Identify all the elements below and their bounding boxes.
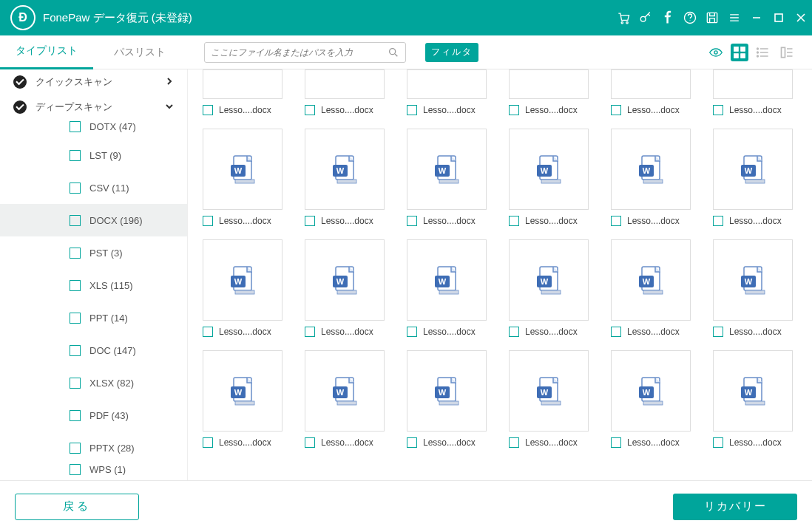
file-item[interactable]: Lesso....docx <box>509 129 600 226</box>
checkbox[interactable] <box>407 437 417 448</box>
search-icon[interactable] <box>388 47 399 58</box>
grid-view-icon[interactable] <box>731 44 748 61</box>
file-item[interactable]: Lesso....docx <box>203 239 294 337</box>
checkbox[interactable] <box>70 183 81 194</box>
minimize-icon[interactable] <box>745 0 768 35</box>
file-name: Lesso....docx <box>219 105 271 115</box>
file-thumbnail <box>509 129 589 210</box>
file-item[interactable]: Lesso....docx <box>305 239 396 337</box>
checkbox[interactable] <box>70 150 81 161</box>
checkbox[interactable] <box>203 216 213 226</box>
file-item[interactable]: Lesso....docx <box>203 350 294 448</box>
file-item[interactable]: Lesso....docx <box>509 239 600 337</box>
search-field[interactable] <box>204 42 406 63</box>
filetype-row[interactable]: PDF (43) <box>0 399 187 432</box>
checkbox[interactable] <box>713 327 723 337</box>
checkbox[interactable] <box>407 105 417 115</box>
cart-icon[interactable] <box>612 0 635 35</box>
menu-icon[interactable] <box>723 0 745 35</box>
checkbox[interactable] <box>509 105 519 115</box>
filetype-row[interactable]: CSV (11) <box>0 171 187 204</box>
file-item[interactable]: Lesso....docx <box>305 69 396 115</box>
checkbox[interactable] <box>70 378 81 389</box>
checkbox[interactable] <box>611 216 621 226</box>
checkbox[interactable] <box>509 327 519 337</box>
filetype-row[interactable]: DOTX (47) <box>0 121 187 139</box>
file-item[interactable]: Lesso....docx <box>203 69 294 115</box>
checkbox[interactable] <box>713 216 723 226</box>
tab-type-list[interactable]: タイプリスト <box>0 35 93 69</box>
filetype-row[interactable]: XLS (115) <box>0 269 187 301</box>
list-view-icon[interactable] <box>754 44 772 61</box>
file-item[interactable]: Lesso....docx <box>611 69 703 115</box>
save-icon[interactable] <box>701 0 723 35</box>
file-item[interactable]: Lesso....docx <box>305 350 396 448</box>
checkbox[interactable] <box>713 105 723 115</box>
svg-rect-5 <box>775 14 782 21</box>
search-input[interactable] <box>211 47 388 58</box>
checkbox[interactable] <box>203 105 213 115</box>
checkbox[interactable] <box>509 216 519 226</box>
checkbox[interactable] <box>305 327 315 337</box>
checkbox[interactable] <box>203 437 213 448</box>
checkbox[interactable] <box>70 248 81 259</box>
file-item[interactable]: Lesso....docx <box>305 129 396 226</box>
checkbox[interactable] <box>70 313 81 324</box>
detail-view-icon[interactable] <box>778 44 796 61</box>
recover-button[interactable]: リカバリー <box>673 494 797 520</box>
checkbox[interactable] <box>713 437 723 448</box>
filetype-row[interactable]: PST (3) <box>0 236 187 269</box>
checkbox[interactable] <box>70 345 81 356</box>
checkbox[interactable] <box>305 105 315 115</box>
filter-button[interactable]: フィルタ <box>425 43 478 62</box>
close-icon[interactable] <box>790 0 812 35</box>
file-item[interactable]: Lesso....docx <box>611 239 703 337</box>
checkbox[interactable] <box>305 216 315 226</box>
preview-icon[interactable] <box>707 44 725 61</box>
file-item[interactable]: Lesso....docx <box>713 129 805 226</box>
file-item[interactable]: Lesso....docx <box>509 69 600 115</box>
file-item[interactable]: Lesso....docx <box>611 129 703 226</box>
checkbox[interactable] <box>70 464 81 475</box>
facebook-icon[interactable] <box>657 0 679 35</box>
checkbox[interactable] <box>70 280 81 291</box>
filetype-row[interactable]: DOCX (196) <box>0 204 187 236</box>
checkbox[interactable] <box>70 121 81 132</box>
filetype-row[interactable]: PPTX (28) <box>0 432 187 464</box>
file-item[interactable]: Lesso....docx <box>407 350 498 448</box>
checkbox[interactable] <box>407 216 417 226</box>
scan-deep[interactable]: ディープスキャン <box>0 95 187 120</box>
checkbox[interactable] <box>203 327 213 337</box>
file-item[interactable]: Lesso....docx <box>713 350 805 448</box>
checkbox[interactable] <box>407 327 417 337</box>
filetype-row[interactable]: XLSX (82) <box>0 366 187 399</box>
scan-quick[interactable]: クイックスキャン <box>0 69 187 95</box>
file-item[interactable]: Lesso....docx <box>713 239 805 337</box>
checkbox[interactable] <box>509 437 519 448</box>
filetype-row[interactable]: WPS (1) <box>0 464 187 480</box>
file-item[interactable]: Lesso....docx <box>407 69 498 115</box>
checkbox[interactable] <box>70 215 81 226</box>
file-item[interactable]: Lesso....docx <box>509 350 600 448</box>
tab-path-list[interactable]: パスリスト <box>93 35 186 69</box>
file-item[interactable]: Lesso....docx <box>713 69 805 115</box>
help-icon[interactable] <box>679 0 701 35</box>
maximize-icon[interactable] <box>768 0 790 35</box>
checkbox[interactable] <box>305 437 315 448</box>
file-item[interactable]: Lesso....docx <box>203 129 294 226</box>
file-item[interactable]: Lesso....docx <box>407 129 498 226</box>
file-thumbnail <box>203 129 282 210</box>
filetype-row[interactable]: LST (9) <box>0 139 187 171</box>
checkbox[interactable] <box>70 410 81 421</box>
filetype-row[interactable]: PPT (14) <box>0 301 187 334</box>
checkbox[interactable] <box>611 437 621 448</box>
checkbox[interactable] <box>611 327 621 337</box>
filetype-row[interactable]: DOC (147) <box>0 334 187 366</box>
file-item[interactable]: Lesso....docx <box>611 350 703 448</box>
checkbox[interactable] <box>611 105 621 115</box>
file-item[interactable]: Lesso....docx <box>407 239 498 337</box>
back-button[interactable]: 戻る <box>15 494 139 520</box>
checkbox[interactable] <box>70 443 81 454</box>
file-name: Lesso....docx <box>219 437 271 448</box>
key-icon[interactable] <box>635 0 657 35</box>
